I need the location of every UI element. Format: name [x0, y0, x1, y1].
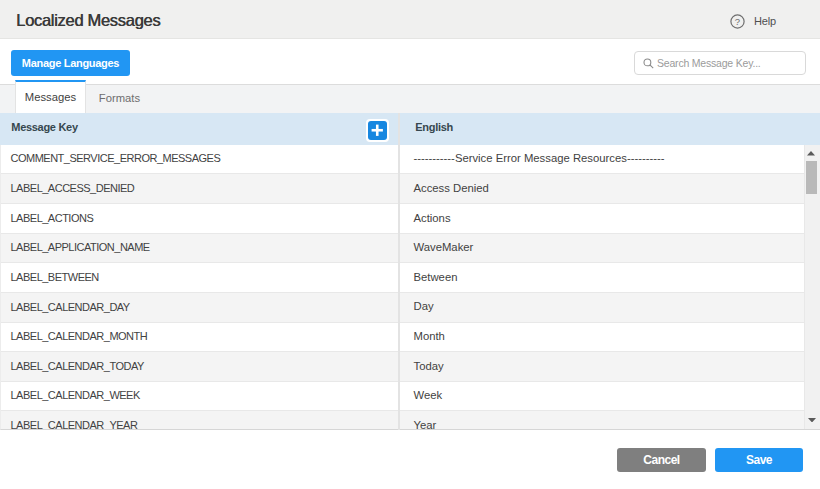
svg-text:?: ? — [735, 16, 740, 27]
